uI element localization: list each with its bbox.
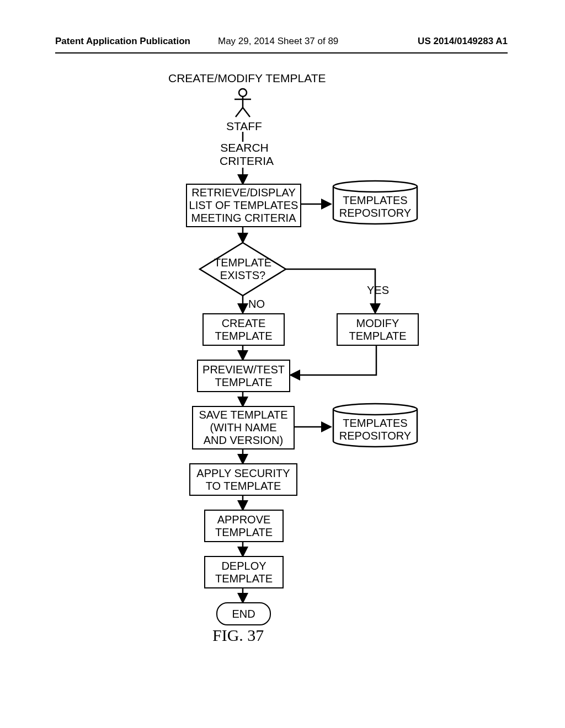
arrow-down-icon [237, 587, 248, 603]
arrow-down-icon [237, 541, 248, 556]
header-rule [55, 52, 508, 53]
actor-label: STAFF [226, 120, 262, 133]
arrow-down-icon [237, 495, 248, 510]
arrow-down-icon [237, 345, 248, 360]
arrow-down-icon [237, 168, 248, 184]
arrow-down-icon [237, 296, 248, 313]
modify-box: MODIFY TEMPLATE [337, 313, 419, 346]
diagram-title: CREATE/MODIFY TEMPLATE [168, 72, 326, 85]
preview-box: PREVIEW/TEST TEMPLATE [197, 360, 290, 392]
svg-point-7 [333, 181, 417, 192]
svg-point-16 [333, 404, 417, 415]
end-terminator: END [216, 602, 271, 625]
retrieve-box: RETRIEVE/DISPLAY LIST OF TEMPLATES MEETI… [186, 184, 301, 227]
arrow-down-icon [237, 448, 248, 464]
save-box: SAVE TEMPLATE (WITH NAME AND VERSION) [192, 406, 295, 449]
svg-line-3 [236, 108, 243, 117]
arrow-right-icon [294, 421, 333, 432]
repo2-label: TEMPLATES REPOSITORY [331, 417, 419, 442]
modify-connector [288, 345, 387, 383]
decision-label: TEMPLATE EXISTS? [212, 256, 273, 282]
arrow-right-icon [300, 199, 333, 210]
repo1-label: TEMPLATES REPOSITORY [331, 194, 419, 220]
header-mid: May 29, 2014 Sheet 37 of 89 [218, 36, 338, 47]
flowchart-canvas: CREATE/MODIFY TEMPLATE STAFF SEARCH CRIT… [121, 66, 508, 673]
arrow-down-icon [237, 226, 248, 243]
arrow-down-icon [237, 391, 248, 406]
actor-icon [229, 88, 257, 119]
yes-connector [286, 264, 396, 314]
approve-box: APPROVE TEMPLATE [204, 510, 284, 542]
header-right: US 2014/0149283 A1 [418, 36, 508, 47]
connector [242, 132, 244, 142]
svg-line-4 [243, 108, 250, 117]
figure-label: FIG. 37 [212, 626, 264, 645]
page-frame: Patent Application Publication May 29, 2… [55, 33, 508, 695]
no-label: NO [248, 298, 265, 311]
create-box: CREATE TEMPLATE [202, 313, 285, 346]
search-criteria-label: SEARCH CRITERIA [220, 141, 269, 168]
header-left: Patent Application Publication [55, 36, 190, 47]
svg-point-0 [239, 89, 247, 97]
deploy-box: DEPLOY TEMPLATE [204, 556, 284, 588]
security-box: APPLY SECURITY TO TEMPLATE [189, 463, 297, 496]
